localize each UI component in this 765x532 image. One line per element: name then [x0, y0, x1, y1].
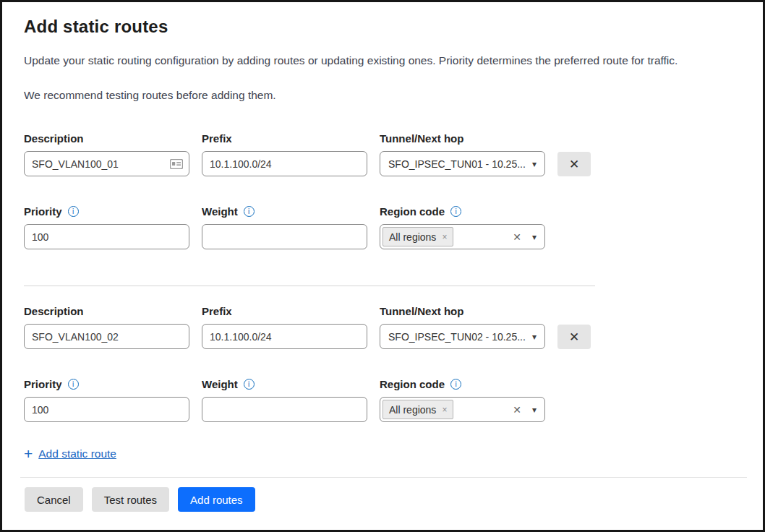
dialog-content: Add static routes Update your static rou… — [2, 2, 763, 461]
add-static-route-button[interactable]: + Add static route — [24, 446, 116, 461]
add-static-route-link[interactable]: Add static route — [38, 447, 116, 460]
autofill-contact-card-icon[interactable] — [170, 159, 183, 169]
tunnel-next-hop-select[interactable]: SFO_IPSEC_TUN02 - 10.25... ▾ — [380, 324, 545, 349]
plus-icon: + — [24, 446, 33, 461]
route-2-tunnel-field: Tunnel/Next hop SFO_IPSEC_TUN02 - 10.25.… — [380, 305, 545, 349]
chip-remove-icon[interactable]: × — [442, 405, 447, 415]
page-title: Add static routes — [24, 17, 741, 37]
description-label: Description — [24, 132, 189, 145]
weight-label-text: Weight — [202, 205, 238, 218]
info-icon[interactable]: i — [450, 206, 461, 217]
region-code-label: Region code i — [380, 205, 545, 218]
note-text: We recommend testing routes before addin… — [24, 89, 741, 102]
tunnel-selected-value: SFO_IPSEC_TUN01 - 10.25... — [388, 158, 526, 170]
region-chip-label: All regions — [389, 231, 436, 243]
prefix-input[interactable] — [202, 324, 367, 349]
info-icon[interactable]: i — [68, 206, 79, 217]
add-routes-button[interactable]: Add routes — [178, 487, 255, 512]
route-2-priority-field: Priority i — [24, 378, 189, 422]
chevron-down-icon: ▾ — [532, 405, 537, 415]
route-2-description-field: Description — [24, 305, 189, 349]
route-2-region-field: Region code i All regions × ✕ ▾ — [380, 378, 545, 422]
tunnel-next-hop-label: Tunnel/Next hop — [380, 132, 545, 145]
priority-input[interactable] — [24, 397, 189, 422]
route-2-prefix-field: Prefix — [202, 305, 367, 349]
chip-remove-icon[interactable]: × — [442, 232, 447, 242]
route-1-secondary-row: Priority i Weight i Region code i — [24, 205, 741, 249]
route-1-tunnel-field: Tunnel/Next hop SFO_IPSEC_TUN01 - 10.25.… — [380, 132, 545, 176]
tunnel-selected-value: SFO_IPSEC_TUN02 - 10.25... — [388, 331, 526, 343]
remove-route-button[interactable]: ✕ — [557, 325, 591, 349]
region-code-label-text: Region code — [380, 205, 445, 218]
description-input[interactable] — [24, 324, 189, 349]
region-code-select[interactable]: All regions × ✕ ▾ — [380, 397, 545, 422]
remove-route-button[interactable]: ✕ — [557, 152, 591, 176]
info-icon[interactable]: i — [244, 206, 255, 217]
priority-label-text: Priority — [24, 205, 62, 218]
route-1-weight-field: Weight i — [202, 205, 367, 249]
weight-label-text: Weight — [202, 378, 238, 390]
route-1-priority-field: Priority i — [24, 205, 189, 249]
region-chip: All regions × — [382, 400, 453, 419]
chevron-down-icon: ▾ — [532, 332, 537, 342]
route-section-divider — [24, 286, 595, 286]
region-code-label-text: Region code — [380, 378, 445, 390]
tunnel-next-hop-select[interactable]: SFO_IPSEC_TUN01 - 10.25... ▾ — [380, 151, 545, 176]
route-2-secondary-row: Priority i Weight i Region code i — [24, 378, 741, 422]
route-1-main-row: Description Prefix — [24, 132, 741, 176]
region-chip-label: All regions — [389, 404, 436, 416]
dialog-footer: Cancel Test routes Add routes — [20, 477, 747, 512]
priority-input[interactable] — [24, 224, 189, 249]
weight-label: Weight i — [202, 205, 367, 218]
description-input[interactable] — [24, 151, 189, 176]
region-code-select[interactable]: All regions × ✕ ▾ — [380, 224, 545, 249]
route-2-main-row: Description Prefix Tunnel/Next hop SFO_I… — [24, 305, 741, 349]
clear-selection-icon[interactable]: ✕ — [513, 404, 521, 416]
info-icon[interactable]: i — [68, 379, 79, 390]
priority-label-text: Priority — [24, 378, 62, 390]
info-icon[interactable]: i — [450, 379, 461, 390]
weight-input[interactable] — [202, 224, 367, 249]
prefix-input[interactable] — [202, 151, 367, 176]
priority-label: Priority i — [24, 378, 189, 390]
prefix-label: Prefix — [202, 305, 367, 317]
tunnel-next-hop-label: Tunnel/Next hop — [380, 305, 545, 317]
description-label: Description — [24, 305, 189, 317]
intro-text: Update your static routing configuration… — [24, 54, 741, 67]
route-1-prefix-field: Prefix — [202, 132, 367, 176]
clear-selection-icon[interactable]: ✕ — [513, 231, 521, 243]
chevron-down-icon: ▾ — [532, 232, 537, 242]
chevron-down-icon: ▾ — [532, 159, 537, 169]
region-code-label: Region code i — [380, 378, 545, 390]
route-1-region-field: Region code i All regions × ✕ ▾ — [380, 205, 545, 249]
test-routes-button[interactable]: Test routes — [92, 487, 169, 512]
cancel-button[interactable]: Cancel — [25, 487, 83, 512]
add-static-routes-dialog: Add static routes Update your static rou… — [0, 0, 765, 532]
route-2-weight-field: Weight i — [202, 378, 367, 422]
weight-input[interactable] — [202, 397, 367, 422]
description-input-wrap — [24, 151, 189, 176]
prefix-label: Prefix — [202, 132, 367, 145]
priority-label: Priority i — [24, 205, 189, 218]
route-1-description-field: Description — [24, 132, 189, 176]
info-icon[interactable]: i — [244, 379, 255, 390]
region-chip: All regions × — [382, 227, 453, 246]
weight-label: Weight i — [202, 378, 367, 390]
